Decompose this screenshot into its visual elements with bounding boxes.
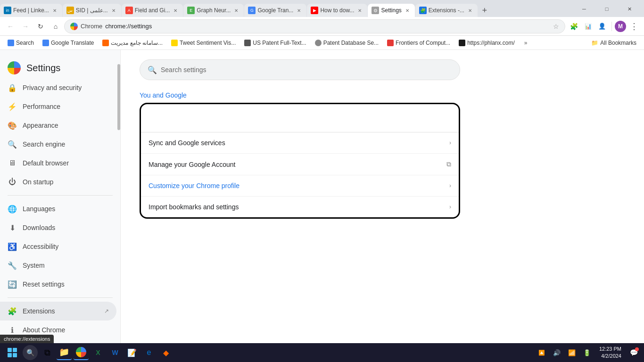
tab-youtube[interactable]: ▶ How to dow... ✕ — [307, 4, 367, 17]
bookmark-translate[interactable]: Google Translate — [39, 38, 98, 48]
content-area: Settings 🔒 Privacy and security ⚡ Perfor… — [0, 50, 644, 343]
tab-title-sid: SID | علمی... — [76, 7, 108, 14]
search-bar-placeholder: Search settings — [161, 66, 452, 74]
minimize-button[interactable]: ─ — [573, 2, 595, 16]
tab-settings[interactable]: ⚙ Settings ✕ — [368, 4, 414, 17]
sidebar-item-reset[interactable]: 🔄 Reset settings — [0, 275, 116, 294]
bookmark-us-patent[interactable]: US Patent Full-Text... — [240, 38, 310, 48]
scrollbar-track[interactable] — [117, 50, 120, 343]
taskbar-taskview-button[interactable]: ⧉ — [40, 345, 55, 360]
tab-sid[interactable]: س SID | علمی... ✕ — [63, 4, 121, 17]
taskbar-clock[interactable]: 12:23 PM 4/2/2024 — [595, 346, 625, 360]
performance-icon[interactable]: 📊 — [581, 20, 594, 33]
bookmark-phlanx[interactable]: https://phlanx.com/ — [455, 38, 519, 48]
search-bar-icon: 🔍 — [148, 66, 157, 74]
start-button[interactable] — [4, 344, 21, 361]
card-item-customize-profile[interactable]: Customize your Chrome profile › — [141, 175, 459, 197]
manage-account-label: Manage your Google Account — [149, 161, 446, 168]
maximize-button[interactable]: □ — [596, 2, 618, 16]
refresh-button[interactable]: ↻ — [34, 20, 47, 33]
external-link-square-icon: ⧉ — [446, 160, 451, 168]
search-bar[interactable]: 🔍 Search settings — [140, 59, 460, 80]
new-tab-button[interactable]: + — [478, 4, 491, 17]
taskbar-chrome-icon[interactable] — [74, 345, 89, 360]
tab-title-translate: Google Tran... — [257, 7, 293, 14]
sidebar-item-on-startup[interactable]: ⏻ On startup — [0, 173, 116, 191]
bookmark-star-icon[interactable]: ☆ — [553, 23, 559, 30]
extensions-puzzle-icon[interactable]: 🧩 — [567, 20, 580, 33]
sidebar-item-privacy[interactable]: 🔒 Privacy and security — [0, 78, 116, 97]
sidebar-item-system[interactable]: 🔧 System — [0, 256, 116, 275]
tab-close-sid[interactable]: ✕ — [110, 7, 117, 14]
tab-close-settings[interactable]: ✕ — [404, 7, 411, 14]
more-menu-icon[interactable]: ⋮ — [627, 20, 640, 33]
taskbar-sticky-icon[interactable]: 📝 — [124, 345, 140, 360]
sidebar-item-languages[interactable]: 🌐 Languages — [0, 199, 116, 218]
tab-favicon-linkedin: in — [4, 7, 11, 14]
bookmark-patent-db[interactable]: Patent Database Se... — [311, 38, 382, 48]
tab-favicon-graph: E — [187, 7, 195, 14]
card-item-manage-account[interactable]: Manage your Google Account ⧉ — [141, 154, 459, 175]
close-button[interactable]: ✕ — [619, 2, 640, 16]
taskbar-app5-icon[interactable]: ◆ — [158, 345, 173, 360]
tab-close-field[interactable]: ✕ — [172, 7, 179, 14]
tab-close-linkedin[interactable]: ✕ — [51, 7, 58, 14]
profile-manager-icon[interactable]: 👤 — [595, 20, 609, 33]
sidebar-item-appearance[interactable]: 🎨 Appearance — [0, 116, 116, 135]
sidebar-item-default-browser[interactable]: 🖥 Default browser — [0, 154, 116, 173]
tab-graph[interactable]: E Graph Neur... ✕ — [183, 4, 244, 17]
bookmark-patent-db-label: Patent Database Se... — [323, 40, 379, 46]
sidebar-item-search-engine[interactable]: 🔍 Search engine — [0, 135, 116, 154]
signin-section[interactable] — [141, 104, 459, 132]
taskbar-explorer-icon[interactable]: 📁 — [57, 345, 72, 360]
tab-close-graph[interactable]: ✕ — [232, 7, 240, 14]
home-button[interactable]: ⌂ — [49, 20, 62, 33]
tab-extensions[interactable]: 🧩 Extensions -... ✕ — [415, 4, 478, 17]
tabs-area: in Feed | Linke... ✕ س SID | علمی... ✕ A… — [0, 3, 570, 17]
taskbar-chevron-icon[interactable]: 🔼 — [535, 346, 548, 359]
bookmark-us-patent-label: US Patent Full-Text... — [253, 40, 306, 46]
privacy-icon: 🔒 — [8, 83, 17, 92]
card-item-import-bookmarks[interactable]: Import bookmarks and settings › — [141, 197, 459, 217]
scrollbar-thumb[interactable] — [117, 64, 120, 130]
taskbar-notification-button[interactable]: 💬 — [627, 346, 640, 359]
sidebar-item-downloads[interactable]: ⬇ Downloads — [0, 218, 116, 237]
bookmarks-more-button[interactable]: » — [521, 38, 530, 48]
sidebar-label-on-startup: On startup — [23, 178, 53, 186]
sidebar-inner: Settings 🔒 Privacy and security ⚡ Perfor… — [0, 50, 120, 343]
address-bar[interactable]: Chrome chrome://settings ☆ — [64, 19, 565, 33]
sidebar-label-default-browser: Default browser — [23, 159, 69, 167]
taskbar-word-icon[interactable]: W — [107, 345, 123, 360]
tab-close-extensions[interactable]: ✕ — [466, 7, 474, 14]
performance-side-icon: ⚡ — [8, 102, 17, 111]
taskbar-battery-icon[interactable]: 🔋 — [580, 346, 594, 359]
tab-linkedin[interactable]: in Feed | Linke... ✕ — [0, 4, 62, 17]
sidebar-label-accessibility: Accessibility — [23, 243, 58, 250]
sidebar-item-extensions[interactable]: 🧩 Extensions ↗ — [0, 302, 116, 321]
tab-field[interactable]: A Field and Gi... ✕ — [122, 4, 183, 17]
bookmark-frontiers[interactable]: Frontiers of Comput... — [383, 38, 454, 48]
tab-close-youtube[interactable]: ✕ — [356, 7, 363, 14]
profile-avatar[interactable]: M — [615, 21, 626, 32]
sidebar-label-search-engine: Search engine — [23, 140, 65, 148]
bookmark-search[interactable]: Search — [4, 38, 38, 48]
taskbar-excel-icon[interactable]: X — [91, 345, 106, 360]
bookmark-syst[interactable]: سامانه جامع مدیریت... — [99, 38, 166, 48]
back-button[interactable]: ← — [4, 20, 17, 33]
tab-close-translate[interactable]: ✕ — [295, 7, 303, 14]
taskbar-edge-icon[interactable]: e — [141, 345, 157, 360]
sidebar-item-accessibility[interactable]: ♿ Accessibility — [0, 237, 116, 256]
card-item-sync[interactable]: Sync and Google services › — [141, 132, 459, 154]
title-bar: in Feed | Linke... ✕ س SID | علمی... ✕ A… — [0, 0, 644, 17]
taskbar-volume-icon[interactable]: 🔊 — [550, 346, 563, 359]
bookmark-tweet[interactable]: Tweet Sentiment Vis... — [167, 38, 239, 48]
all-bookmarks-button[interactable]: 📁 All Bookmarks — [587, 38, 640, 48]
tab-translate[interactable]: G Google Tran... ✕ — [244, 4, 306, 17]
chrome-site-icon — [70, 23, 78, 30]
sidebar-divider-2 — [8, 297, 113, 298]
taskbar-search-button[interactable]: 🔍 — [23, 345, 38, 360]
sidebar-divider-1 — [8, 195, 113, 196]
sidebar-item-performance[interactable]: ⚡ Performance — [0, 97, 116, 116]
forward-button[interactable]: → — [19, 20, 32, 33]
taskbar-network-icon[interactable]: 📶 — [565, 346, 578, 359]
